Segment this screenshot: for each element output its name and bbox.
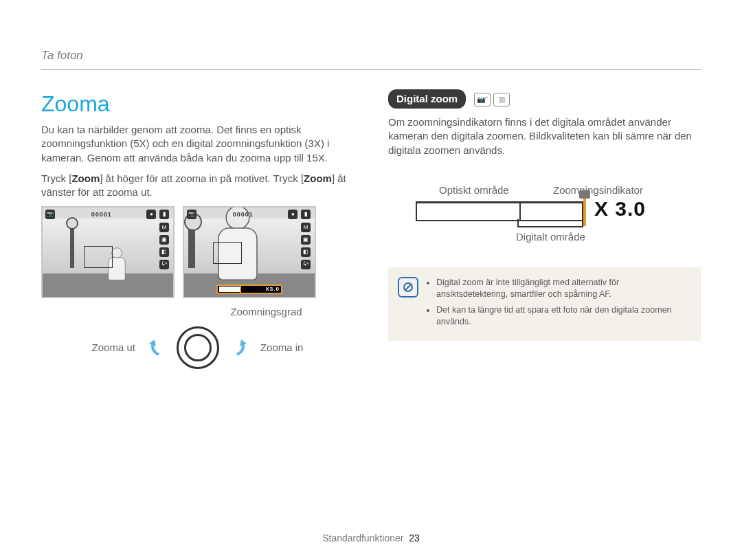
text: ] åt höger för att zooma in på motivet. … [100, 172, 304, 184]
digital-zoom-pill: Digital zoom [388, 89, 466, 109]
camera-icon: 📷 [45, 210, 55, 219]
digital-zoom-intro: Om zoomningsindikatorn finns i det digit… [388, 115, 701, 157]
zoom-indicator-label: Zoomningsindikator [553, 183, 643, 197]
focus-frame [84, 246, 113, 268]
digital-range-bracket [517, 219, 583, 227]
mode-icon: ◧ [159, 247, 169, 257]
zoom-in-label: Zooma in [260, 341, 304, 355]
note-item: Det kan ta längre tid att spara ett foto… [436, 304, 690, 328]
battery-icon: ▮ [301, 210, 311, 219]
flash-icon: ϟᴬ [301, 260, 311, 269]
resolution-icon: M [159, 223, 169, 232]
zoom-dial-icon [177, 326, 219, 369]
camera-display-row: 📷 00001 ● ▮ M ▣ ◧ ϟᴬ [41, 206, 354, 298]
zoom-instruction: Tryck [Zoom] åt höger för att zooma in p… [41, 172, 354, 200]
battery-icon: ▮ [159, 210, 169, 219]
zoom-bar: X3.0 [216, 284, 282, 294]
camera-mode-icon: 📷ᴾ [474, 93, 491, 107]
optical-range-label: Optiskt område [439, 183, 509, 197]
right-column: Digital zoom 📷ᴾ ▥ Om zoomningsindikatorn… [388, 89, 701, 369]
zoom-key: Zoom [71, 172, 100, 184]
arrow-left-icon [146, 338, 166, 357]
left-column: Zooma Du kan ta närbilder genom att zoom… [41, 89, 354, 369]
mode-icon: ◧ [301, 247, 311, 257]
flash-icon: ϟᴬ [159, 260, 169, 269]
camera-display-zoomed: 📷 00001 ● ▮ M ▣ ◧ ϟᴬ [183, 206, 316, 298]
digital-range-label: Digitalt område [516, 230, 585, 244]
section-title: Zooma [41, 89, 354, 119]
zoom-dial-row: Zooma ut Zooma in [41, 326, 354, 369]
note-icon [398, 277, 418, 298]
mode-icon: ▣ [159, 235, 169, 245]
footer-section: Standardfunktioner [322, 533, 403, 544]
zoom-bar-value: X3.0 [241, 286, 280, 293]
zoom-out-label: Zooma ut [92, 341, 135, 355]
note-item: Digital zoom är inte tillgängligt med al… [436, 277, 690, 300]
note-box: Digital zoom är inte tillgängligt med al… [388, 267, 701, 341]
mode-icons: 📷ᴾ ▥ [474, 93, 510, 107]
frame-counter: 00001 [91, 210, 112, 219]
zoom-value: X 3.0 [594, 199, 646, 219]
resolution-icon: M [301, 223, 311, 232]
focus-frame [213, 242, 242, 264]
mode-icon: ▣ [301, 235, 311, 245]
zoom-level-callout: Zoomningsgrad [179, 305, 354, 319]
zoom-range-diagram: Optiskt område Zoomningsindikator X 3.0 … [416, 171, 670, 240]
intro-paragraph: Du kan ta närbilder genom att zooma. Det… [41, 123, 354, 165]
rec-icon: ● [146, 210, 156, 219]
scene-mode-icon: ▥ [493, 93, 510, 107]
callout-leader [249, 297, 250, 298]
zoom-range-bar [416, 201, 583, 221]
rec-icon: ● [288, 210, 297, 219]
page-footer: Standardfunktioner 23 [0, 532, 742, 545]
text: Tryck [ [41, 172, 71, 184]
arrow-right-icon [230, 338, 249, 357]
zoom-key: Zoom [304, 172, 332, 184]
frame-counter: 00001 [233, 210, 254, 219]
camera-display-wide: 📷 00001 ● ▮ M ▣ ◧ ϟᴬ [41, 206, 175, 298]
breadcrumb: Ta foton [41, 48, 701, 70]
camera-icon: 📷 [187, 210, 196, 219]
zoom-indicator-marker [583, 199, 586, 226]
page-number: 23 [409, 533, 420, 544]
